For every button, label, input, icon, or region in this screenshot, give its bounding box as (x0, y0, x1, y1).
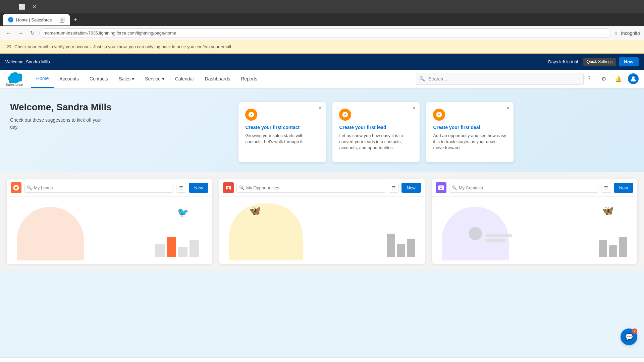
browser-right-icons: ☆ Incognito (614, 31, 640, 36)
salesforce-header: Welcome, Sandra Mills Days left in trial… (0, 54, 644, 70)
nav-item-service[interactable]: Service ▾ (140, 70, 170, 88)
close-button[interactable]: ✕ (30, 3, 39, 11)
nav-item-dashboards[interactable]: Dashboards (200, 70, 236, 88)
nav-home-label: Home (36, 76, 49, 81)
card-title-deal[interactable]: Create your first deal (433, 125, 507, 130)
welcome-card-deal: ✕ Create your first deal Add an opportun… (426, 102, 514, 162)
contacts-icon (436, 182, 446, 193)
leads-card-body: 🐦 (7, 197, 212, 264)
card-icon-lead (339, 109, 351, 121)
bookmark-icon[interactable]: ☆ (614, 31, 618, 36)
now-button[interactable]: Now (619, 57, 639, 66)
salesforce-logo (6, 71, 22, 83)
leads-search-input[interactable] (24, 183, 173, 193)
welcome-text-area: Welcome, Sandra Mills Check out these su… (10, 102, 112, 131)
nav-item-sales[interactable]: Sales ▾ (113, 70, 140, 88)
welcome-greeting: Welcome, Sandra Mills (5, 59, 543, 64)
tab-title: Home | Salesforce (16, 17, 52, 22)
nav-item-accounts[interactable]: Accounts (54, 70, 84, 88)
salesforce-nav: Salesforce Home Accounts Contacts Sales … (0, 70, 644, 88)
chat-button[interactable]: 💬 ✕ (621, 328, 637, 345)
leads-new-button[interactable]: New (189, 183, 208, 193)
bird-icon: 🐦 (177, 207, 189, 218)
card-close-lead[interactable]: ✕ (412, 105, 416, 111)
welcome-section: Welcome, Sandra Mills Check out these su… (0, 88, 644, 172)
tab-close-button[interactable]: ✕ (60, 17, 64, 23)
tab-bar: Home | Salesforce ✕ + (0, 13, 644, 26)
trial-area: Days left in trial Quick Settings Now (548, 57, 639, 66)
leads-filter-button[interactable]: ☰ (176, 183, 186, 193)
leads-icon (11, 182, 21, 193)
contacts-new-button[interactable]: New (614, 183, 633, 193)
opportunities-card-header: 🔍 ☰ New (219, 179, 425, 197)
butterfly-icon: 🦋 (249, 205, 261, 216)
card-close-deal[interactable]: ✕ (506, 105, 510, 111)
service-chevron-icon: ▾ (162, 76, 164, 81)
leads-search-wrap: 🔍 (24, 183, 173, 193)
minimize-button[interactable]: — (4, 3, 15, 11)
active-tab[interactable]: Home | Salesforce ✕ (3, 14, 70, 25)
leads-arc (17, 207, 84, 260)
address-bar[interactable]: momentum-inspiration-7635.lightning.forc… (39, 28, 611, 38)
opportunities-card: 🔍 ☰ New 🦋 (219, 179, 425, 264)
maximize-button[interactable]: ⬜ (16, 3, 28, 11)
new-tab-button[interactable]: + (71, 15, 80, 25)
card-title-contact[interactable]: Create your first contact (245, 125, 319, 130)
notifications-icon[interactable]: 🔔 (613, 73, 624, 84)
opportunities-filter-button[interactable]: ☰ (389, 183, 399, 193)
email-icon: ✉ (7, 44, 11, 50)
purple-butterfly-icon: 🦋 (602, 205, 614, 216)
card-desc-contact: Growing your sales starts with contacts.… (245, 133, 319, 145)
user-avatar[interactable] (628, 73, 639, 84)
help-icon[interactable]: ? (584, 73, 594, 84)
leads-search-icon: 🔍 (27, 185, 32, 190)
nav-dashboards-label: Dashboards (205, 76, 230, 81)
search-container: 🔍 (416, 73, 584, 85)
contact-avatar-illustration (469, 227, 482, 240)
contacts-search-input[interactable] (449, 183, 598, 193)
chat-close-badge[interactable]: ✕ (632, 328, 637, 334)
card-icon-contact (245, 109, 257, 121)
welcome-title: Welcome, Sandra Mills (10, 102, 112, 113)
sales-chevron-icon: ▾ (132, 76, 134, 81)
nav-service-dropdown: Service ▾ (145, 76, 164, 81)
opportunities-arc (229, 203, 303, 260)
opportunities-card-body: 🦋 (219, 197, 425, 264)
opportunities-search-input[interactable] (236, 183, 386, 193)
forward-button[interactable]: → (16, 29, 25, 38)
window-controls[interactable]: — ⬜ ✕ (4, 3, 39, 11)
contacts-search-wrap: 🔍 (449, 183, 598, 193)
nav-item-contacts[interactable]: Contacts (84, 70, 113, 88)
welcome-cards: ✕ Create your first contact Growing your… (118, 102, 634, 162)
incognito-label: Incognito (621, 31, 640, 36)
welcome-card-lead: ✕ Create your first lead Let us show you… (332, 102, 420, 162)
leads-bars (155, 237, 199, 257)
settings-icon[interactable]: ⚙ (598, 73, 609, 84)
card-close-contact[interactable]: ✕ (318, 105, 322, 111)
nav-service-label: Service (145, 76, 161, 81)
notification-text: Check your email to verify your account.… (14, 44, 232, 49)
nav-sales-label: Sales (119, 76, 130, 81)
nav-contacts-label: Contacts (90, 76, 108, 81)
opportunities-search-wrap: 🔍 (236, 183, 386, 193)
leads-card-header: 🔍 ☰ New (7, 179, 212, 197)
nav-item-calendar[interactable]: Calendar (170, 70, 200, 88)
contacts-filter-button[interactable]: ☰ (601, 183, 611, 193)
svg-point-0 (632, 76, 635, 79)
nav-calendar-label: Calendar (175, 76, 194, 81)
opportunities-new-button[interactable]: New (401, 183, 421, 193)
nav-item-reports[interactable]: Reports (235, 70, 263, 88)
chat-icon: 💬 (625, 333, 633, 341)
search-icon: 🔍 (419, 76, 425, 81)
nav-item-home[interactable]: Home (31, 70, 54, 88)
card-desc-lead: Let us show you how easy it is to conver… (339, 133, 413, 151)
trial-text: Days left in trial (548, 59, 578, 64)
card-desc-deal: Add an opportunity and see how easy it i… (433, 133, 507, 151)
reload-button[interactable]: ↻ (28, 28, 37, 38)
search-input[interactable] (416, 73, 584, 85)
back-button[interactable]: ← (4, 29, 13, 38)
card-title-lead[interactable]: Create your first lead (339, 125, 413, 130)
nav-right-icons: ? ⚙ 🔔 (584, 73, 639, 84)
nav-accounts-label: Accounts (59, 76, 79, 81)
contacts-bars (599, 237, 627, 257)
